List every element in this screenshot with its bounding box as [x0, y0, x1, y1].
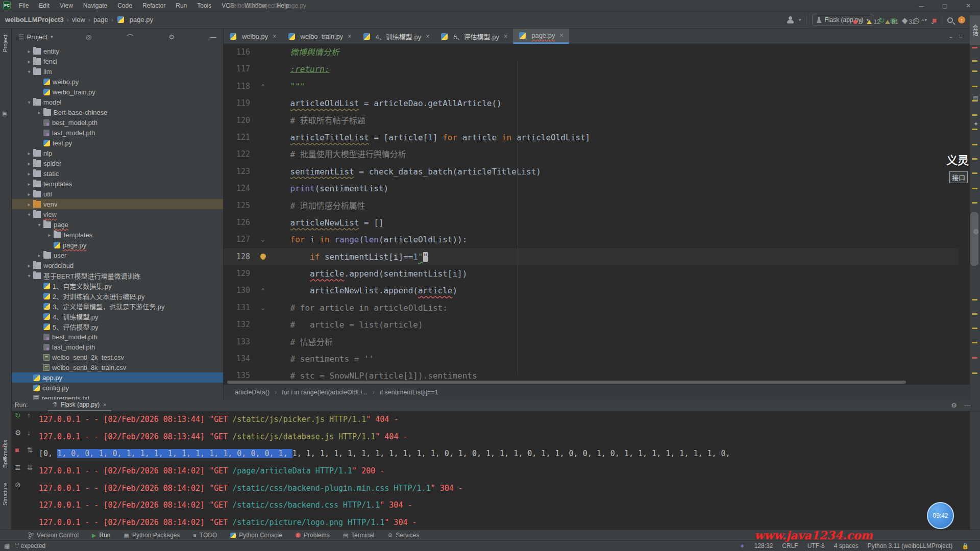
expand-arrow-icon[interactable]: ▾: [36, 222, 42, 228]
close-icon[interactable]: ✕: [559, 32, 564, 39]
fold-marker-icon[interactable]: ⌄: [255, 231, 271, 248]
project-stripe-tab[interactable]: Project: [2, 35, 8, 52]
file-encoding[interactable]: UTF-8: [807, 542, 825, 549]
expand-arrow-icon[interactable]: ▾: [26, 99, 32, 105]
expand-arrow-icon[interactable]: ▾: [26, 273, 32, 279]
print-icon[interactable]: ≣: [15, 463, 21, 471]
expand-arrow-icon[interactable]: ▸: [36, 253, 42, 258]
code-line[interactable]: 135 # stc = SnowNLP(article[1]).sentimen…: [224, 367, 959, 381]
tree-row[interactable]: ▸entity: [12, 46, 223, 56]
lock-icon[interactable]: 🔒: [962, 543, 969, 549]
expand-arrow-icon[interactable]: ▸: [26, 59, 32, 64]
intention-bulb-icon[interactable]: [260, 254, 266, 259]
code-line[interactable]: 122 # 批量使用大模型进行舆情分析: [224, 146, 959, 163]
minimize-button[interactable]: —: [910, 0, 933, 11]
run-tab-flask[interactable]: ⚗ Flask (app.py) ✕: [48, 399, 111, 411]
bookmarks-stripe-tab[interactable]: Bookmarks: [2, 440, 8, 468]
clear-icon[interactable]: ⊘: [15, 481, 21, 489]
horizontal-scrollbar[interactable]: [227, 381, 906, 384]
tree-row[interactable]: best_model.pth: [12, 332, 223, 342]
tree-row[interactable]: ▾model: [12, 97, 223, 107]
toolwindow-button-problems[interactable]: !Problems: [296, 532, 330, 539]
code-line[interactable]: 123 sentimentList = check_datas_batch(ar…: [224, 163, 959, 180]
close-icon[interactable]: ✕: [347, 33, 352, 40]
tree-row[interactable]: ▸spider: [12, 158, 223, 168]
hide-panel-icon[interactable]: —: [207, 33, 219, 41]
tab-menu-icon[interactable]: ≡: [959, 32, 963, 40]
toolwindow-button-python-packages[interactable]: ▦Python Packages: [124, 532, 180, 539]
commit-icon[interactable]: ▣: [2, 110, 7, 117]
code-line[interactable]: 134 # sentiments = '': [224, 350, 959, 367]
collapse-all-icon[interactable]: ⌒: [124, 32, 136, 42]
warning-count[interactable]: 12: [867, 18, 880, 26]
editor-tab-weibo_train.py[interactable]: weibo_train.py✕: [282, 29, 357, 44]
menu-item-navigate[interactable]: Navigate: [79, 1, 111, 10]
code-line[interactable]: 132 # article = list(article): [224, 316, 959, 333]
tree-row[interactable]: config.py: [12, 383, 223, 393]
stripe-mark[interactable]: [972, 100, 977, 102]
chevron-down-icon[interactable]: ▾: [51, 34, 53, 39]
expand-arrow-icon[interactable]: ▸: [36, 110, 42, 115]
stripe-mark[interactable]: [972, 313, 977, 315]
code-line[interactable]: 117 :return:: [224, 61, 959, 78]
tree-row[interactable]: weibo_train.py: [12, 87, 223, 97]
toolwindow-button-run[interactable]: ▶Run: [92, 532, 110, 539]
settings-icon[interactable]: ⚙: [15, 429, 21, 437]
code-editor[interactable]: 116 微博舆情分析117 :return:118⌃ """119 articl…: [224, 44, 959, 381]
code-line[interactable]: 129 article.append(sentimentList[i]): [224, 265, 959, 282]
code-line[interactable]: 128 if sentimentList[i]==1"": [224, 248, 959, 265]
stripe-mark[interactable]: [972, 129, 977, 130]
code-line[interactable]: 118⌃ """: [224, 78, 959, 95]
tree-row[interactable]: best_model.pth: [12, 117, 223, 128]
fold-marker-icon[interactable]: ⌃: [255, 78, 271, 95]
tree-row[interactable]: ▸templates: [12, 230, 223, 240]
toolwindow-button-todo[interactable]: ≡TODO: [193, 532, 217, 539]
tree-row[interactable]: test.py: [12, 138, 223, 148]
editor-breadcrumb-item[interactable]: if sentimentList[i]==1: [380, 389, 438, 396]
fold-marker-icon[interactable]: ⌃: [255, 282, 271, 299]
tree-row[interactable]: requirements.txt: [12, 393, 223, 399]
expand-arrow-icon[interactable]: ▸: [26, 48, 32, 54]
rerun-icon[interactable]: ↻: [15, 411, 21, 419]
editor-tab-page.py[interactable]: page.py✕: [513, 29, 569, 44]
stripe-mark[interactable]: [972, 60, 977, 62]
expand-arrow-icon[interactable]: ▸: [26, 191, 32, 197]
code-line[interactable]: 121 articleTitleList = [article[1] for a…: [224, 129, 959, 146]
expand-arrow-icon[interactable]: ▾: [26, 212, 32, 217]
stripe-mark[interactable]: [972, 47, 977, 48]
indent-style[interactable]: 4 spaces: [834, 542, 859, 549]
menu-item-view[interactable]: View: [56, 1, 77, 10]
code-line[interactable]: 126 articleNewList = []: [224, 214, 959, 231]
stripe-mark[interactable]: [972, 70, 977, 72]
close-icon[interactable]: ✕: [103, 402, 107, 408]
tree-row[interactable]: weibo.py: [12, 77, 223, 87]
stripe-mark[interactable]: [972, 188, 977, 189]
prev-problem-icon[interactable]: ⌃: [920, 18, 925, 26]
code-line[interactable]: 125 # 追加情感分析属性: [224, 197, 959, 214]
expand-arrow-icon[interactable]: ▸: [26, 263, 32, 268]
editor-tab-5、评估模型.py[interactable]: 5、评估模型.py✕: [435, 29, 513, 44]
tree-row[interactable]: ▸templates: [12, 179, 223, 189]
tree-row[interactable]: page.py: [12, 240, 223, 250]
tree-row[interactable]: ▸util: [12, 189, 223, 199]
stripe-mark[interactable]: [972, 299, 977, 300]
expand-arrow-icon[interactable]: ▸: [26, 161, 32, 166]
maximize-button[interactable]: ▢: [933, 0, 957, 11]
tree-row[interactable]: ▸venv: [12, 199, 223, 209]
stripe-mark[interactable]: [972, 172, 977, 174]
tree-row[interactable]: ▸fenci: [12, 56, 223, 66]
menu-item-edit[interactable]: Edit: [35, 1, 54, 10]
vertical-scrollbar[interactable]: [970, 212, 978, 266]
hide-console-icon[interactable]: —: [964, 402, 971, 409]
tree-row[interactable]: ▾基于BERT模型进行增量微调训练: [12, 270, 223, 281]
toolwindow-button-version-control[interactable]: Version Control: [28, 532, 79, 539]
menu-item-refactor[interactable]: Refactor: [138, 1, 169, 10]
info-count[interactable]: ⌄32: [903, 18, 916, 26]
structure-stripe-tab[interactable]: Structure: [2, 483, 8, 506]
scroll-end-icon[interactable]: ⇊: [27, 463, 33, 471]
next-problem-icon[interactable]: ⌄: [930, 18, 935, 26]
inspections-widget[interactable]: 31281⌄32⌃⌄: [853, 18, 935, 26]
stripe-mark[interactable]: [972, 202, 977, 204]
close-icon[interactable]: ✕: [503, 33, 508, 40]
tree-row[interactable]: ▸wordcloud: [12, 260, 223, 270]
